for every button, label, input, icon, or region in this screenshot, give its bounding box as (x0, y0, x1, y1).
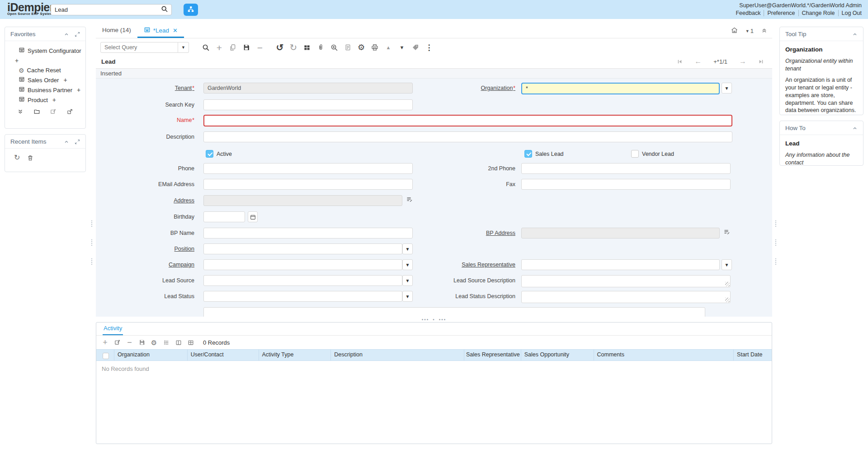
edit-row-icon[interactable] (111, 337, 123, 348)
tenant-label[interactable]: Tenant* (96, 83, 199, 94)
fax-field[interactable] (521, 179, 731, 190)
column-header[interactable]: Sales Representative (464, 350, 521, 360)
parent-record-icon[interactable]: ▲ (382, 42, 395, 53)
undo-icon[interactable]: ↺ (273, 42, 287, 53)
vendor-lead-checkbox[interactable]: Vendor Lead (631, 150, 674, 158)
organization-field[interactable] (521, 83, 720, 94)
new-row-icon[interactable]: + (99, 337, 111, 348)
active-checkbox[interactable]: Active (206, 150, 232, 158)
delete-row-icon[interactable]: − (123, 337, 136, 348)
tab-activity[interactable]: Activity (103, 323, 123, 335)
sales-representative-field[interactable] (521, 259, 720, 270)
lead-status-dropdown-button[interactable]: ▼ (402, 291, 413, 302)
process-gear-icon[interactable]: ⚙ (148, 337, 160, 348)
column-header[interactable]: User/Contact (188, 350, 259, 360)
print-icon[interactable] (368, 42, 382, 53)
lead-status-description-field[interactable] (521, 291, 731, 303)
collapse-panel-icon[interactable] (852, 32, 858, 37)
organization-dropdown-button[interactable]: ▼ (722, 83, 732, 94)
find-record-icon[interactable] (199, 42, 212, 53)
search-key-field[interactable] (203, 99, 413, 110)
sales-representative-label[interactable]: Sales Representative (412, 259, 520, 270)
position-label[interactable]: Position (96, 243, 199, 254)
favorite-add-plus[interactable]: + (8, 56, 83, 65)
organization-label[interactable]: Organization* (412, 83, 520, 94)
folder-icon[interactable] (33, 108, 40, 115)
lead-source-description-field[interactable] (521, 275, 731, 287)
calendar-icon[interactable] (248, 211, 258, 222)
detail-record-icon[interactable]: ▼ (395, 42, 409, 53)
process-gear-icon[interactable]: ⚙ (354, 42, 368, 53)
menu-lookup-button[interactable] (184, 4, 198, 16)
add-new-icon[interactable]: + (77, 86, 80, 94)
bp-address-label[interactable]: BP Address (412, 228, 520, 239)
select-query-input[interactable] (101, 44, 181, 51)
email-address-field[interactable] (203, 179, 413, 190)
name-field[interactable] (203, 115, 732, 126)
zoom-across-icon[interactable] (327, 42, 341, 53)
campaign-dropdown-button[interactable]: ▼ (402, 259, 413, 270)
customize-grid-icon[interactable] (160, 337, 172, 348)
description-field[interactable] (203, 131, 732, 142)
change-role-link[interactable]: Change Role (798, 10, 838, 16)
address-editor-icon[interactable] (723, 229, 730, 235)
preference-link[interactable]: Preference (764, 10, 798, 16)
copy-record-icon[interactable] (226, 42, 240, 53)
feedback-link[interactable]: Feedback (736, 10, 764, 16)
label-tag-icon[interactable] (409, 42, 422, 53)
home-icon[interactable] (731, 27, 738, 35)
more-options-icon[interactable]: ⋮ (422, 42, 436, 53)
grid-toggle-icon[interactable] (300, 42, 314, 53)
tab-lead[interactable]: *Lead ✕ (137, 25, 184, 38)
close-tab-icon[interactable]: ✕ (173, 27, 178, 34)
favorite-item-sales-order[interactable]: Sales Order + (8, 75, 83, 85)
requery-icon[interactable]: ↻ (287, 42, 300, 53)
address-label[interactable]: Address (96, 195, 199, 206)
lead-status-field[interactable] (203, 291, 402, 302)
column-header[interactable]: Activity Type (259, 350, 331, 360)
campaign-field[interactable] (203, 259, 402, 270)
save-row-icon[interactable] (136, 337, 148, 348)
logout-link[interactable]: Log Out (838, 10, 862, 16)
add-new-icon[interactable]: + (52, 96, 56, 103)
column-header[interactable]: Sales Opportunity (521, 350, 594, 360)
tab-home[interactable]: Home (14) (96, 25, 137, 37)
sales-representative-dropdown-button[interactable]: ▼ (722, 259, 732, 270)
favorite-item-business-partner[interactable]: Business Partner + (8, 85, 83, 95)
collapse-all-icon[interactable] (761, 27, 768, 35)
favorite-item-product[interactable]: Product + (8, 95, 83, 105)
campaign-label[interactable]: Campaign (96, 259, 199, 270)
collapse-panel-icon[interactable] (64, 32, 69, 37)
column-header[interactable]: Comments (594, 350, 734, 360)
report-icon[interactable] (341, 42, 354, 53)
collapse-panel-icon[interactable] (64, 139, 69, 145)
grid-view-icon[interactable] (184, 337, 197, 348)
2nd-phone-field[interactable] (521, 163, 731, 174)
expand-panel-icon[interactable] (75, 32, 80, 37)
edit-form-icon[interactable] (50, 108, 57, 115)
delete-record-icon[interactable]: − (253, 42, 267, 53)
select-all-checkbox[interactable] (96, 350, 114, 360)
lead-source-field[interactable] (203, 275, 402, 286)
lead-source-dropdown-button[interactable]: ▼ (402, 275, 413, 286)
global-search-input[interactable] (51, 6, 161, 13)
first-record-icon[interactable] (677, 59, 683, 65)
column-header[interactable]: Description (331, 350, 464, 360)
toggle-panel-icon[interactable] (172, 337, 184, 348)
column-header[interactable]: Start Date (734, 350, 772, 360)
last-record-icon[interactable] (758, 59, 764, 65)
refresh-icon[interactable]: ↻ (14, 154, 20, 161)
trash-icon[interactable] (27, 154, 33, 161)
expand-panel-icon[interactable] (75, 139, 80, 145)
sales-lead-checkbox[interactable]: Sales Lead (524, 150, 564, 158)
next-record-icon[interactable]: → (739, 58, 746, 65)
favorite-item-system-configurator[interactable]: System Configurator (8, 46, 83, 56)
right-splitter-handle[interactable] (774, 220, 777, 265)
left-splitter-handle[interactable] (90, 220, 93, 265)
previous-record-icon[interactable]: ← (694, 58, 702, 65)
open-windows-count[interactable]: ▼1 (745, 28, 754, 34)
select-query-dropdown-button[interactable]: ▼ (178, 42, 189, 53)
position-dropdown-button[interactable]: ▼ (402, 243, 413, 254)
search-icon[interactable] (161, 5, 168, 14)
birthday-field[interactable] (203, 211, 245, 222)
